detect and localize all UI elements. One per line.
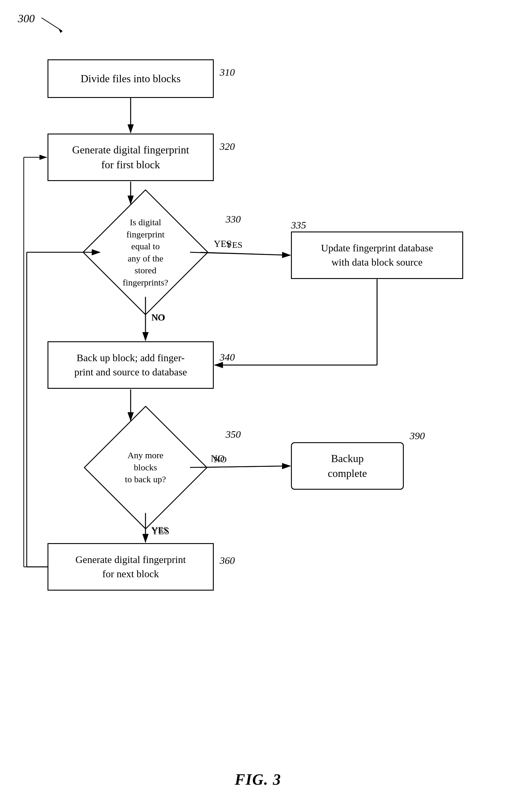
diamond-330: Is digitalfingerprint equal toany of the… [67, 205, 224, 300]
diamond-350: Any more blocksto back up? [67, 422, 224, 514]
step-label-340: 340 [220, 352, 235, 363]
diagram-container: 300 Divide files into blocks 310 Generat… [0, 0, 516, 812]
svg-text:NO: NO [151, 312, 165, 323]
step-label-360: 360 [220, 555, 235, 566]
step-label-330: 330 [226, 214, 241, 225]
svg-text:YES: YES [151, 526, 169, 536]
step-label-320: 320 [220, 141, 235, 152]
box-320: Generate digital fingerprint for first b… [48, 134, 214, 181]
figure-id-arrow [38, 16, 68, 34]
figure-caption: FIG. 3 [235, 771, 281, 788]
yes-label-330: YES [226, 240, 242, 250]
step-label-350: 350 [226, 429, 241, 440]
step-label-310: 310 [220, 67, 235, 78]
box-390: Backup complete [291, 442, 404, 490]
box-310: Divide files into blocks [48, 59, 214, 98]
figure-id-label: 300 [18, 12, 35, 25]
step-label-335: 335 [291, 220, 306, 231]
svg-line-0 [41, 18, 62, 31]
no-label-330: NO [151, 313, 164, 322]
flowchart-arrows-corrected: YES NO NO YES [0, 0, 516, 812]
step-label-390: 390 [410, 430, 425, 442]
box-340: Back up block; add finger- print and sou… [48, 341, 214, 389]
yes-label-350: YES [151, 525, 168, 534]
flowchart-arrows: YES NO NO YES [0, 0, 516, 812]
box-335: Update fingerprint database with data bl… [291, 231, 463, 279]
box-360: Generate digital fingerprint for next bl… [48, 543, 214, 590]
